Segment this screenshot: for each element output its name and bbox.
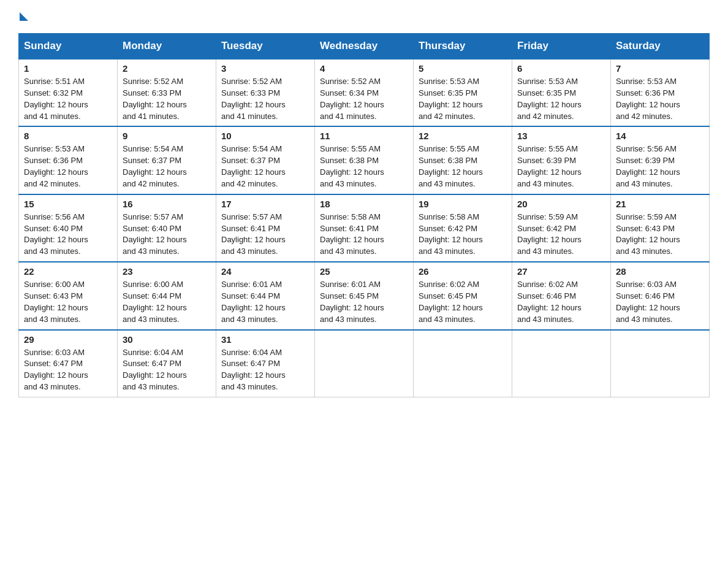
day-number: 25 — [320, 266, 408, 277]
week-row-5: 29 Sunrise: 6:03 AM Sunset: 6:47 PM Dayl… — [19, 330, 710, 397]
day-number: 14 — [616, 131, 704, 141]
day-number: 22 — [24, 266, 112, 277]
day-info: Sunrise: 5:52 AM Sunset: 6:33 PM Dayligh… — [221, 76, 309, 122]
day-number: 6 — [517, 63, 605, 74]
day-number: 10 — [221, 131, 309, 141]
calendar-cell: 27 Sunrise: 6:02 AM Sunset: 6:46 PM Dayl… — [512, 262, 611, 329]
page-header — [18, 12, 710, 21]
calendar-cell: 19 Sunrise: 5:58 AM Sunset: 6:42 PM Dayl… — [414, 194, 512, 262]
day-info: Sunrise: 5:53 AM Sunset: 6:35 PM Dayligh… — [419, 76, 507, 122]
week-row-4: 22 Sunrise: 6:00 AM Sunset: 6:43 PM Dayl… — [19, 262, 710, 329]
week-row-1: 1 Sunrise: 5:51 AM Sunset: 6:32 PM Dayli… — [19, 59, 710, 126]
day-info: Sunrise: 5:57 AM Sunset: 6:41 PM Dayligh… — [221, 212, 309, 258]
day-info: Sunrise: 5:55 AM Sunset: 6:38 PM Dayligh… — [320, 144, 408, 190]
day-number: 17 — [221, 199, 309, 209]
day-info: Sunrise: 5:59 AM Sunset: 6:42 PM Dayligh… — [517, 212, 605, 258]
day-number: 1 — [24, 63, 112, 74]
calendar-cell: 16 Sunrise: 5:57 AM Sunset: 6:40 PM Dayl… — [118, 194, 216, 262]
day-info: Sunrise: 6:03 AM Sunset: 6:47 PM Dayligh… — [24, 347, 112, 393]
calendar-cell — [414, 330, 512, 397]
day-number: 18 — [320, 199, 408, 209]
day-number: 11 — [320, 131, 408, 141]
day-info: Sunrise: 5:54 AM Sunset: 6:37 PM Dayligh… — [221, 144, 309, 190]
day-number: 30 — [123, 334, 211, 345]
calendar-header-saturday: Saturday — [611, 34, 710, 59]
day-number: 29 — [24, 334, 112, 345]
day-info: Sunrise: 5:55 AM Sunset: 6:39 PM Dayligh… — [517, 144, 605, 190]
day-number: 5 — [419, 63, 507, 74]
day-number: 19 — [419, 199, 507, 209]
day-info: Sunrise: 5:57 AM Sunset: 6:40 PM Dayligh… — [123, 212, 211, 258]
calendar-cell: 5 Sunrise: 5:53 AM Sunset: 6:35 PM Dayli… — [414, 59, 512, 126]
calendar-cell: 6 Sunrise: 5:53 AM Sunset: 6:35 PM Dayli… — [512, 59, 611, 126]
day-info: Sunrise: 5:58 AM Sunset: 6:42 PM Dayligh… — [419, 212, 507, 258]
calendar-cell: 21 Sunrise: 5:59 AM Sunset: 6:43 PM Dayl… — [611, 194, 710, 262]
day-info: Sunrise: 5:53 AM Sunset: 6:35 PM Dayligh… — [517, 76, 605, 122]
calendar-header-friday: Friday — [512, 34, 611, 59]
day-info: Sunrise: 6:00 AM Sunset: 6:43 PM Dayligh… — [24, 279, 112, 325]
day-info: Sunrise: 6:04 AM Sunset: 6:47 PM Dayligh… — [123, 347, 211, 393]
calendar-header-sunday: Sunday — [19, 34, 118, 59]
day-number: 21 — [616, 199, 704, 209]
day-number: 3 — [221, 63, 309, 74]
day-number: 16 — [123, 199, 211, 209]
day-info: Sunrise: 6:03 AM Sunset: 6:46 PM Dayligh… — [616, 279, 704, 325]
day-number: 13 — [517, 131, 605, 141]
calendar-cell: 17 Sunrise: 5:57 AM Sunset: 6:41 PM Dayl… — [216, 194, 315, 262]
calendar-cell: 10 Sunrise: 5:54 AM Sunset: 6:37 PM Dayl… — [216, 126, 315, 194]
day-info: Sunrise: 5:52 AM Sunset: 6:33 PM Dayligh… — [123, 76, 211, 122]
calendar-header-monday: Monday — [118, 34, 216, 59]
day-number: 7 — [616, 63, 704, 74]
calendar-header-wednesday: Wednesday — [315, 34, 414, 59]
day-info: Sunrise: 6:01 AM Sunset: 6:45 PM Dayligh… — [320, 279, 408, 325]
calendar-cell: 23 Sunrise: 6:00 AM Sunset: 6:44 PM Dayl… — [118, 262, 216, 329]
day-number: 23 — [123, 266, 211, 277]
calendar-cell: 3 Sunrise: 5:52 AM Sunset: 6:33 PM Dayli… — [216, 59, 315, 126]
calendar-cell: 11 Sunrise: 5:55 AM Sunset: 6:38 PM Dayl… — [315, 126, 414, 194]
calendar-cell: 7 Sunrise: 5:53 AM Sunset: 6:36 PM Dayli… — [611, 59, 710, 126]
calendar-cell: 29 Sunrise: 6:03 AM Sunset: 6:47 PM Dayl… — [19, 330, 118, 397]
calendar-cell: 26 Sunrise: 6:02 AM Sunset: 6:45 PM Dayl… — [414, 262, 512, 329]
calendar-cell: 30 Sunrise: 6:04 AM Sunset: 6:47 PM Dayl… — [118, 330, 216, 397]
day-number: 20 — [517, 199, 605, 209]
week-row-2: 8 Sunrise: 5:53 AM Sunset: 6:36 PM Dayli… — [19, 126, 710, 194]
day-info: Sunrise: 5:51 AM Sunset: 6:32 PM Dayligh… — [24, 76, 112, 122]
calendar-header-thursday: Thursday — [414, 34, 512, 59]
calendar-cell: 2 Sunrise: 5:52 AM Sunset: 6:33 PM Dayli… — [118, 59, 216, 126]
calendar-cell: 14 Sunrise: 5:56 AM Sunset: 6:39 PM Dayl… — [611, 126, 710, 194]
day-number: 26 — [419, 266, 507, 277]
day-info: Sunrise: 6:02 AM Sunset: 6:45 PM Dayligh… — [419, 279, 507, 325]
calendar-cell: 28 Sunrise: 6:03 AM Sunset: 6:46 PM Dayl… — [611, 262, 710, 329]
day-info: Sunrise: 5:56 AM Sunset: 6:40 PM Dayligh… — [24, 212, 112, 258]
day-info: Sunrise: 5:53 AM Sunset: 6:36 PM Dayligh… — [24, 144, 112, 190]
calendar-cell: 24 Sunrise: 6:01 AM Sunset: 6:44 PM Dayl… — [216, 262, 315, 329]
calendar-cell: 9 Sunrise: 5:54 AM Sunset: 6:37 PM Dayli… — [118, 126, 216, 194]
day-number: 4 — [320, 63, 408, 74]
day-number: 15 — [24, 199, 112, 209]
day-info: Sunrise: 5:58 AM Sunset: 6:41 PM Dayligh… — [320, 212, 408, 258]
calendar-cell: 22 Sunrise: 6:00 AM Sunset: 6:43 PM Dayl… — [19, 262, 118, 329]
day-number: 28 — [616, 266, 704, 277]
calendar-table: SundayMondayTuesdayWednesdayThursdayFrid… — [18, 33, 710, 397]
calendar-cell — [611, 330, 710, 397]
day-info: Sunrise: 5:52 AM Sunset: 6:34 PM Dayligh… — [320, 76, 408, 122]
day-info: Sunrise: 5:53 AM Sunset: 6:36 PM Dayligh… — [616, 76, 704, 122]
calendar-cell: 4 Sunrise: 5:52 AM Sunset: 6:34 PM Dayli… — [315, 59, 414, 126]
calendar-cell: 25 Sunrise: 6:01 AM Sunset: 6:45 PM Dayl… — [315, 262, 414, 329]
logo — [18, 12, 29, 21]
calendar-cell: 15 Sunrise: 5:56 AM Sunset: 6:40 PM Dayl… — [19, 194, 118, 262]
calendar-cell: 1 Sunrise: 5:51 AM Sunset: 6:32 PM Dayli… — [19, 59, 118, 126]
day-number: 31 — [221, 334, 309, 345]
day-number: 24 — [221, 266, 309, 277]
calendar-header-row: SundayMondayTuesdayWednesdayThursdayFrid… — [19, 34, 710, 59]
day-info: Sunrise: 5:56 AM Sunset: 6:39 PM Dayligh… — [616, 144, 704, 190]
day-number: 12 — [419, 131, 507, 141]
calendar-cell: 12 Sunrise: 5:55 AM Sunset: 6:38 PM Dayl… — [414, 126, 512, 194]
day-info: Sunrise: 5:55 AM Sunset: 6:38 PM Dayligh… — [419, 144, 507, 190]
calendar-cell — [512, 330, 611, 397]
calendar-cell — [315, 330, 414, 397]
calendar-header-tuesday: Tuesday — [216, 34, 315, 59]
day-number: 9 — [123, 131, 211, 141]
calendar-cell: 13 Sunrise: 5:55 AM Sunset: 6:39 PM Dayl… — [512, 126, 611, 194]
day-info: Sunrise: 5:59 AM Sunset: 6:43 PM Dayligh… — [616, 212, 704, 258]
